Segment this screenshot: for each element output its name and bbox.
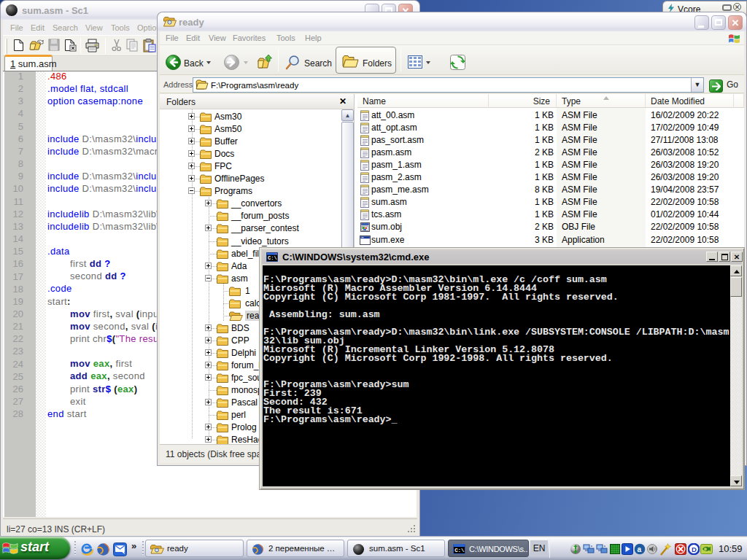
svg-text:a: a xyxy=(638,545,642,553)
svg-text:C:\: C:\ xyxy=(454,548,465,553)
svg-text:D: D xyxy=(692,545,697,553)
svg-text:C:\: C:\ xyxy=(268,255,277,261)
